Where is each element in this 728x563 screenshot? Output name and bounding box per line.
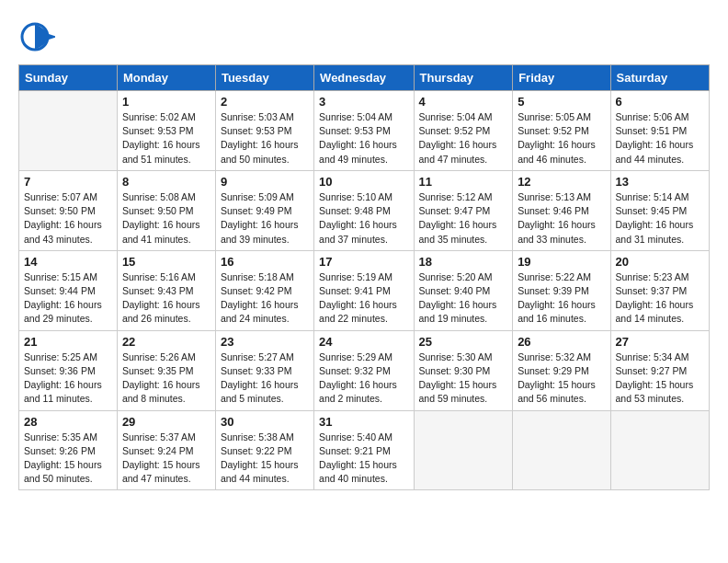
day-info: Sunrise: 5:20 AMSunset: 9:40 PMDaylight:… bbox=[419, 270, 508, 327]
day-number: 5 bbox=[518, 95, 605, 109]
page-header bbox=[18, 18, 710, 55]
day-info: Sunrise: 5:07 AMSunset: 9:50 PMDaylight:… bbox=[24, 190, 112, 247]
day-number: 14 bbox=[24, 255, 112, 269]
day-info: Sunrise: 5:29 AMSunset: 9:32 PMDaylight:… bbox=[319, 350, 408, 407]
calendar-day-cell: 6Sunrise: 5:06 AMSunset: 9:51 PMDaylight… bbox=[610, 91, 709, 171]
calendar-day-cell: 31Sunrise: 5:40 AMSunset: 9:21 PMDayligh… bbox=[314, 410, 414, 490]
day-info: Sunrise: 5:40 AMSunset: 9:21 PMDaylight:… bbox=[319, 431, 408, 487]
day-number: 19 bbox=[518, 255, 605, 269]
calendar-day-header: Thursday bbox=[414, 65, 513, 91]
calendar-day-header: Sunday bbox=[19, 65, 118, 91]
calendar-day-cell: 30Sunrise: 5:38 AMSunset: 9:22 PMDayligh… bbox=[215, 410, 313, 490]
calendar-day-cell: 18Sunrise: 5:20 AMSunset: 9:40 PMDayligh… bbox=[414, 250, 513, 330]
calendar-week-row: 7Sunrise: 5:07 AMSunset: 9:50 PMDaylight… bbox=[19, 170, 710, 250]
calendar-table: SundayMondayTuesdayWednesdayThursdayFrid… bbox=[18, 64, 710, 490]
calendar-day-cell: 20Sunrise: 5:23 AMSunset: 9:37 PMDayligh… bbox=[610, 250, 709, 330]
calendar-day-cell: 14Sunrise: 5:15 AMSunset: 9:44 PMDayligh… bbox=[19, 250, 118, 330]
day-number: 31 bbox=[319, 415, 408, 429]
calendar-day-cell bbox=[19, 91, 118, 171]
day-number: 26 bbox=[518, 335, 605, 349]
day-number: 20 bbox=[616, 255, 704, 269]
day-info: Sunrise: 5:15 AMSunset: 9:44 PMDaylight:… bbox=[24, 270, 112, 327]
day-info: Sunrise: 5:30 AMSunset: 9:30 PMDaylight:… bbox=[419, 350, 508, 407]
day-number: 13 bbox=[616, 175, 704, 189]
calendar-day-header: Monday bbox=[117, 65, 215, 91]
day-number: 22 bbox=[122, 335, 210, 349]
day-info: Sunrise: 5:05 AMSunset: 9:52 PMDaylight:… bbox=[518, 110, 605, 167]
calendar-day-cell: 25Sunrise: 5:30 AMSunset: 9:30 PMDayligh… bbox=[414, 330, 513, 410]
calendar-day-cell: 28Sunrise: 5:35 AMSunset: 9:26 PMDayligh… bbox=[19, 410, 118, 490]
day-number: 6 bbox=[616, 95, 704, 109]
day-info: Sunrise: 5:13 AMSunset: 9:46 PMDaylight:… bbox=[518, 190, 605, 247]
day-info: Sunrise: 5:23 AMSunset: 9:37 PMDaylight:… bbox=[616, 270, 704, 327]
calendar-day-cell: 5Sunrise: 5:05 AMSunset: 9:52 PMDaylight… bbox=[513, 91, 610, 171]
day-number: 9 bbox=[221, 175, 309, 189]
calendar-day-cell: 10Sunrise: 5:10 AMSunset: 9:48 PMDayligh… bbox=[314, 170, 414, 250]
day-number: 28 bbox=[24, 415, 112, 429]
calendar-week-row: 1Sunrise: 5:02 AMSunset: 9:53 PMDaylight… bbox=[19, 91, 710, 171]
day-number: 18 bbox=[419, 255, 508, 269]
day-info: Sunrise: 5:10 AMSunset: 9:48 PMDaylight:… bbox=[319, 190, 408, 247]
day-info: Sunrise: 5:04 AMSunset: 9:52 PMDaylight:… bbox=[419, 110, 508, 167]
svg-marker-1 bbox=[46, 33, 55, 40]
day-number: 25 bbox=[419, 335, 508, 349]
calendar-day-cell bbox=[610, 410, 709, 490]
day-number: 12 bbox=[518, 175, 605, 189]
day-number: 27 bbox=[616, 335, 704, 349]
calendar-day-cell: 15Sunrise: 5:16 AMSunset: 9:43 PMDayligh… bbox=[117, 250, 215, 330]
day-info: Sunrise: 5:06 AMSunset: 9:51 PMDaylight:… bbox=[616, 110, 704, 167]
day-info: Sunrise: 5:19 AMSunset: 9:41 PMDaylight:… bbox=[319, 270, 408, 327]
day-info: Sunrise: 5:35 AMSunset: 9:26 PMDaylight:… bbox=[24, 431, 112, 487]
day-number: 3 bbox=[319, 95, 408, 109]
calendar-day-cell: 19Sunrise: 5:22 AMSunset: 9:39 PMDayligh… bbox=[513, 250, 610, 330]
calendar-day-header: Friday bbox=[513, 65, 610, 91]
calendar-day-cell bbox=[414, 410, 513, 490]
calendar-day-cell: 7Sunrise: 5:07 AMSunset: 9:50 PMDaylight… bbox=[19, 170, 118, 250]
day-info: Sunrise: 5:27 AMSunset: 9:33 PMDaylight:… bbox=[221, 350, 309, 407]
calendar-day-cell: 3Sunrise: 5:04 AMSunset: 9:53 PMDaylight… bbox=[314, 91, 414, 171]
day-info: Sunrise: 5:22 AMSunset: 9:39 PMDaylight:… bbox=[518, 270, 605, 327]
day-info: Sunrise: 5:37 AMSunset: 9:24 PMDaylight:… bbox=[122, 431, 210, 487]
day-number: 24 bbox=[319, 335, 408, 349]
day-number: 1 bbox=[122, 95, 210, 109]
day-info: Sunrise: 5:12 AMSunset: 9:47 PMDaylight:… bbox=[419, 190, 508, 247]
day-number: 29 bbox=[122, 415, 210, 429]
calendar-day-cell: 27Sunrise: 5:34 AMSunset: 9:27 PMDayligh… bbox=[610, 330, 709, 410]
calendar-day-cell bbox=[513, 410, 610, 490]
calendar-day-cell: 23Sunrise: 5:27 AMSunset: 9:33 PMDayligh… bbox=[215, 330, 313, 410]
day-info: Sunrise: 5:26 AMSunset: 9:35 PMDaylight:… bbox=[122, 350, 210, 407]
calendar-day-cell: 1Sunrise: 5:02 AMSunset: 9:53 PMDaylight… bbox=[117, 91, 215, 171]
logo-icon bbox=[18, 18, 55, 55]
calendar-week-row: 28Sunrise: 5:35 AMSunset: 9:26 PMDayligh… bbox=[19, 410, 710, 490]
calendar-header-row: SundayMondayTuesdayWednesdayThursdayFrid… bbox=[19, 65, 710, 91]
calendar-day-cell: 16Sunrise: 5:18 AMSunset: 9:42 PMDayligh… bbox=[215, 250, 313, 330]
calendar-day-cell: 26Sunrise: 5:32 AMSunset: 9:29 PMDayligh… bbox=[513, 330, 610, 410]
calendar-week-row: 21Sunrise: 5:25 AMSunset: 9:36 PMDayligh… bbox=[19, 330, 710, 410]
calendar-day-header: Tuesday bbox=[215, 65, 313, 91]
calendar-day-cell: 4Sunrise: 5:04 AMSunset: 9:52 PMDaylight… bbox=[414, 91, 513, 171]
day-info: Sunrise: 5:34 AMSunset: 9:27 PMDaylight:… bbox=[616, 350, 704, 407]
day-number: 17 bbox=[319, 255, 408, 269]
calendar-day-cell: 2Sunrise: 5:03 AMSunset: 9:53 PMDaylight… bbox=[215, 91, 313, 171]
day-info: Sunrise: 5:18 AMSunset: 9:42 PMDaylight:… bbox=[221, 270, 309, 327]
calendar-day-cell: 8Sunrise: 5:08 AMSunset: 9:50 PMDaylight… bbox=[117, 170, 215, 250]
day-number: 7 bbox=[24, 175, 112, 189]
calendar-day-cell: 24Sunrise: 5:29 AMSunset: 9:32 PMDayligh… bbox=[314, 330, 414, 410]
calendar-day-cell: 12Sunrise: 5:13 AMSunset: 9:46 PMDayligh… bbox=[513, 170, 610, 250]
day-number: 2 bbox=[221, 95, 309, 109]
day-number: 11 bbox=[419, 175, 508, 189]
day-number: 16 bbox=[221, 255, 309, 269]
calendar-day-cell: 9Sunrise: 5:09 AMSunset: 9:49 PMDaylight… bbox=[215, 170, 313, 250]
day-info: Sunrise: 5:04 AMSunset: 9:53 PMDaylight:… bbox=[319, 110, 408, 167]
calendar-day-header: Saturday bbox=[610, 65, 709, 91]
day-number: 21 bbox=[24, 335, 112, 349]
calendar-day-cell: 11Sunrise: 5:12 AMSunset: 9:47 PMDayligh… bbox=[414, 170, 513, 250]
day-number: 10 bbox=[319, 175, 408, 189]
calendar-day-cell: 21Sunrise: 5:25 AMSunset: 9:36 PMDayligh… bbox=[19, 330, 118, 410]
day-info: Sunrise: 5:02 AMSunset: 9:53 PMDaylight:… bbox=[122, 110, 210, 167]
day-number: 30 bbox=[221, 415, 309, 429]
day-info: Sunrise: 5:38 AMSunset: 9:22 PMDaylight:… bbox=[221, 431, 309, 487]
day-info: Sunrise: 5:09 AMSunset: 9:49 PMDaylight:… bbox=[221, 190, 309, 247]
calendar-week-row: 14Sunrise: 5:15 AMSunset: 9:44 PMDayligh… bbox=[19, 250, 710, 330]
day-info: Sunrise: 5:03 AMSunset: 9:53 PMDaylight:… bbox=[221, 110, 309, 167]
